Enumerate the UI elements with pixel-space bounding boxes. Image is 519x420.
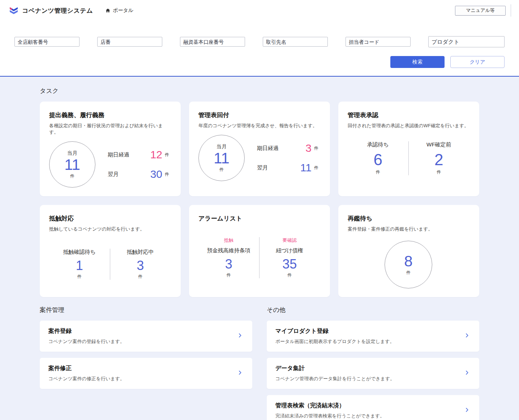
stat-unit: 件 — [287, 272, 292, 278]
stat-label: 抵触確認待ち — [63, 249, 96, 256]
stat-value: 3 — [137, 259, 144, 272]
tasks-section-title: タスク — [40, 87, 479, 95]
link-title: データ集計 — [275, 365, 395, 372]
next-month-row: 翌月 30 件 — [108, 168, 169, 180]
staff-code-input[interactable] — [346, 37, 411, 47]
chevron-right-icon — [237, 370, 243, 377]
product-input[interactable] — [428, 36, 505, 47]
card-breach-response[interactable]: 抵触対応 抵触しているコベナンツの対応を行います。 抵触確認待ち 1 件 抵触対… — [40, 205, 181, 297]
others-section: その他 マイプロダクト登録 ポータル画面に初期表示するプロダクトを設定します。 … — [267, 306, 479, 420]
case-management-title: 案件管理 — [40, 306, 252, 314]
link-description: ポータル画面に初期表示するプロダクトを設定します。 — [275, 338, 395, 345]
card-description: 回付された管理表の承認と承認後のWF確定を行います。 — [348, 123, 469, 129]
search-button[interactable]: 検索 — [390, 56, 445, 68]
clear-button[interactable]: クリア — [450, 56, 505, 68]
manual-button[interactable]: マニュアル等 — [455, 6, 506, 16]
card-management-sheet-approval[interactable]: 管理表承認 回付された管理表の承認と承認後のWF確定を行います。 承認待ち 6 … — [338, 102, 479, 196]
stat-value: 1 — [76, 259, 83, 272]
stat-unit: 件 — [77, 274, 82, 280]
next-month-unit: 件 — [314, 165, 318, 171]
stat-label: 紐づけ債権 — [276, 247, 303, 254]
next-month-label: 翌月 — [257, 164, 300, 171]
stat-value: 6 — [374, 152, 382, 168]
circle-unit: 件 — [70, 173, 74, 179]
app-logo-icon — [9, 6, 19, 15]
overdue-row: 期日経過 3 件 — [257, 142, 318, 154]
link-sections: 案件管理 案件登録 コベナンツ案件の登録を行います。 案件修正 コベナンツ案件の… — [40, 306, 479, 420]
stat-unit: 件 — [227, 272, 231, 278]
link-title: 管理表検索（完済結末済） — [275, 402, 385, 410]
client-name-input[interactable] — [263, 37, 328, 47]
card-title: 管理表承認 — [348, 111, 469, 119]
overdue-unit: 件 — [314, 145, 318, 151]
nav-portal-label: ポータル — [113, 7, 133, 14]
link-case-correction[interactable]: 案件修正 コベナンツ案件の修正を行います。 — [40, 358, 252, 389]
home-icon — [105, 8, 111, 13]
breach-confirmation-stat: 抵触確認待ち 1 件 — [49, 249, 110, 280]
stat-label: 承認待ち — [367, 141, 389, 148]
search-panel: 検索 クリア — [0, 21, 519, 77]
stat-label: 預金残高維持条項 — [207, 247, 250, 254]
next-month-unit: 件 — [165, 171, 169, 177]
breach-in-progress-stat: 抵触対応中 3 件 — [110, 249, 171, 280]
link-my-product-registration[interactable]: マイプロダクト登録 ポータル画面に初期表示するプロダクトを設定します。 — [267, 321, 479, 352]
branch-number-input[interactable] — [97, 37, 162, 47]
current-month-circle: 当月 11 件 — [198, 135, 245, 181]
circle-unit: 件 — [406, 270, 411, 276]
overdue-value: 3 — [305, 142, 312, 154]
circle-value: 11 — [214, 150, 230, 167]
link-title: 案件修正 — [48, 365, 125, 372]
app-logo: コベナンツ管理システム — [9, 6, 93, 15]
link-description: コベナンツ案件の修正を行います。 — [48, 376, 125, 382]
case-management-section: 案件管理 案件登録 コベナンツ案件の登録を行います。 案件修正 コベナンツ案件の… — [40, 306, 252, 420]
stat-unit: 件 — [376, 169, 380, 175]
overdue-row: 期日経過 12 件 — [108, 149, 169, 161]
card-title: 抵触対応 — [49, 214, 171, 223]
link-title: マイプロダクト登録 — [275, 327, 395, 335]
overdue-label: 期日経過 — [108, 151, 150, 158]
card-management-sheet-circulation[interactable]: 管理表回付 年度のコベナンツ管理簿を完成させ、報告を行います。 当月 11 件 … — [189, 102, 330, 196]
chevron-right-icon — [464, 370, 470, 377]
stat-unit: 件 — [138, 274, 142, 280]
stat-value: 3 — [225, 258, 232, 271]
link-description: コベナンツ案件の登録を行います。 — [48, 338, 125, 345]
loan-account-number-input[interactable] — [180, 37, 245, 47]
overdue-label: 期日経過 — [257, 145, 305, 152]
nav-portal[interactable]: ポータル — [105, 7, 133, 14]
card-alarm-list[interactable]: アラームリスト 抵触 預金残高維持条項 3 件 要確認 紐づけ債権 35 件 — [189, 205, 330, 297]
card-submission-obligations[interactable]: 提出義務、履行義務 各種設定の期日・履行状況の管理および結末を行います。 当月 … — [40, 102, 181, 196]
chevron-right-icon — [464, 333, 470, 340]
circle-value: 8 — [404, 253, 412, 270]
customer-number-input[interactable] — [14, 37, 80, 47]
next-month-label: 翌月 — [108, 171, 150, 178]
search-fields — [14, 36, 505, 47]
link-description: 完済結末済みの管理表検索を行うことができます。 — [275, 413, 385, 419]
stat-label: 抵触対応中 — [127, 249, 154, 256]
card-title: 管理表回付 — [198, 111, 320, 119]
overdue-value: 12 — [150, 149, 162, 161]
stat-label: WF確定前 — [426, 141, 451, 148]
chevron-right-icon — [464, 407, 470, 414]
header-divider — [511, 4, 511, 17]
card-title: 再鑑待ち — [348, 214, 469, 223]
card-description: 各種設定の期日・履行状況の管理および結末を行います。 — [49, 123, 171, 136]
stat-unit: 件 — [437, 169, 441, 175]
deposit-balance-stat: 抵触 預金残高維持条項 3 件 — [198, 237, 259, 278]
pending-approval-stat: 承認待ち 6 件 — [348, 141, 408, 175]
stat-value: 35 — [282, 258, 297, 271]
task-cards-row1: 提出義務、履行義務 各種設定の期日・履行状況の管理および結末を行います。 当月 … — [40, 102, 479, 196]
next-month-value: 11 — [300, 162, 312, 174]
link-data-aggregation[interactable]: データ集計 コベナンツ管理表のデータ集計を行うことができます。 — [267, 358, 479, 389]
stat-value: 2 — [434, 152, 443, 168]
search-actions: 検索 クリア — [14, 56, 505, 68]
confirmation-needed-tag: 要確認 — [283, 237, 297, 244]
card-reexamination-pending[interactable]: 再鑑待ち 案件登録・案件修正の再鑑を行います。 8 件 — [338, 205, 479, 297]
card-description: 案件登録・案件修正の再鑑を行います。 — [348, 226, 469, 232]
app-header: コベナンツ管理システム ポータル マニュアル等 — [0, 0, 519, 21]
main-content: タスク 提出義務、履行義務 各種設定の期日・履行状況の管理および結末を行います。… — [0, 77, 519, 420]
card-description: 年度のコベナンツ管理簿を完成させ、報告を行います。 — [198, 123, 320, 129]
link-management-sheet-search[interactable]: 管理表検索（完済結末済） 完済結末済みの管理表検索を行うことができます。 — [267, 395, 479, 420]
card-title: 提出義務、履行義務 — [49, 111, 171, 119]
link-case-registration[interactable]: 案件登録 コベナンツ案件の登録を行います。 — [40, 321, 252, 352]
reexamination-circle: 8 件 — [385, 241, 432, 288]
